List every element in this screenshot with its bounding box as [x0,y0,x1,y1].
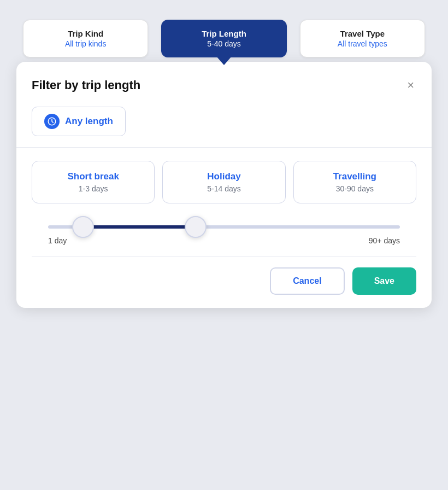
tab-trip-kind[interactable]: Trip Kind All trip kinds [23,20,148,57]
slider-labels: 1 day 90+ days [43,236,405,245]
short-break-title: Short break [39,171,148,182]
slider-thumb-left[interactable] [72,216,94,238]
slider-min-label: 1 day [48,236,67,245]
tab-trip-length[interactable]: Trip Length 5-40 days [161,20,286,57]
range-slider[interactable]: 1 day 90+ days [32,225,416,245]
modal-title: Filter by trip length [32,78,140,92]
tab-travel-type-title: Travel Type [307,29,418,38]
tab-wrapper-trip-length: Trip Length 5-40 days [158,20,290,57]
any-length-button[interactable]: Any length [32,107,126,136]
trip-options: Short break 1-3 days Holiday 5-14 days T… [32,161,416,203]
tab-trip-kind-title: Trip Kind [30,29,141,38]
clock-icon [44,114,60,129]
short-break-days: 1-3 days [39,184,148,193]
slider-track [48,225,400,229]
travelling-title: Travelling [300,171,409,182]
tab-wrapper-trip-kind: Trip Kind All trip kinds [20,20,151,57]
tab-trip-kind-subtitle: All trip kinds [30,39,141,48]
tab-wrapper-travel-type: Travel Type All travel types [297,20,428,57]
modal-header: Filter by trip length × [32,77,416,94]
holiday-title: Holiday [169,171,278,182]
tab-trip-length-subtitle: 5-40 days [168,39,279,48]
trip-option-travelling[interactable]: Travelling 30-90 days [293,161,416,203]
tab-arrow [216,56,232,65]
tab-travel-type[interactable]: Travel Type All travel types [300,20,425,57]
divider [16,147,432,148]
any-length-label: Any length [65,116,113,127]
modal-footer: Cancel Save [32,256,416,308]
trip-option-holiday[interactable]: Holiday 5-14 days [162,161,285,203]
slider-fill [83,225,196,229]
tab-bar: Trip Kind All trip kinds Trip Length 5-4… [11,11,437,57]
close-button[interactable]: × [405,77,416,94]
slider-max-label: 90+ days [369,236,400,245]
cancel-button[interactable]: Cancel [270,267,344,295]
holiday-days: 5-14 days [169,184,278,193]
tab-trip-length-title: Trip Length [168,29,279,38]
page-container: Trip Kind All trip kinds Trip Length 5-4… [11,11,437,490]
filter-modal: Filter by trip length × Any length Short… [16,62,432,308]
trip-option-short-break[interactable]: Short break 1-3 days [32,161,155,203]
slider-thumb-right[interactable] [185,216,207,238]
travelling-days: 30-90 days [300,184,409,193]
tab-travel-type-subtitle: All travel types [307,39,418,48]
save-button[interactable]: Save [352,267,416,295]
